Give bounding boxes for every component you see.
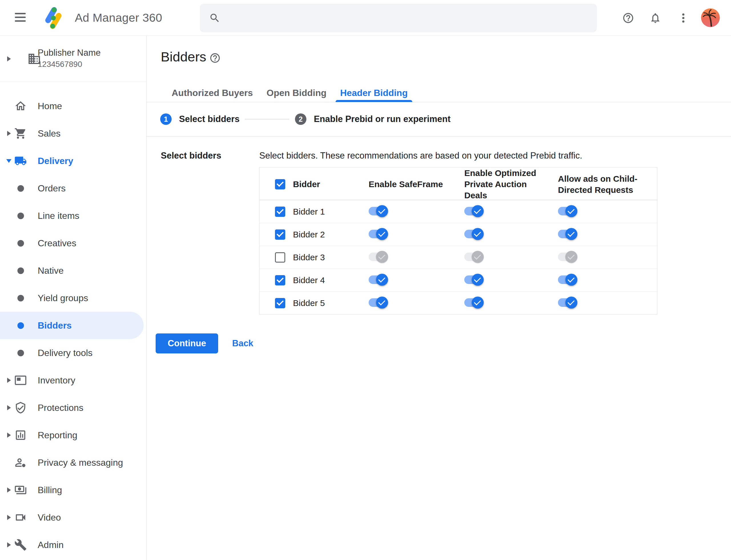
row-checkbox[interactable] (275, 252, 285, 263)
sidebar-item-billing[interactable]: Billing (0, 476, 144, 504)
chevron-down-icon (6, 159, 11, 163)
column-header-child-directed: Allow ads on Child-Directed Requests (558, 173, 657, 195)
sidebar-item-protections[interactable]: Protections (0, 394, 144, 421)
optimized-deals-toggle[interactable] (464, 207, 483, 215)
payments-icon (14, 483, 27, 497)
safeframe-toggle[interactable] (368, 275, 387, 284)
tab-authorized-buyers[interactable]: Authorized Buyers (165, 84, 260, 102)
chevron-right-icon (7, 542, 11, 547)
back-button[interactable]: Back (232, 333, 253, 353)
section-label: Select bidders (161, 150, 221, 161)
publisher-id: 1234567890 (38, 60, 82, 69)
optimized-deals-toggle[interactable] (464, 230, 483, 238)
tab-bar: Authorized Buyers Open Bidding Header Bi… (147, 84, 731, 102)
row-checkbox[interactable] (275, 207, 285, 217)
chevron-right-icon (7, 487, 11, 493)
child-directed-toggle[interactable] (558, 298, 577, 307)
select-all-checkbox[interactable] (275, 179, 285, 189)
sidebar-item-delivery-tools[interactable]: Delivery tools (0, 339, 144, 367)
tab-open-bidding[interactable]: Open Bidding (260, 84, 333, 102)
bidder-name: Bidder 5 (293, 298, 325, 308)
sidebar-item-yield-groups[interactable]: Yield groups (0, 284, 144, 312)
sidebar-item-admin[interactable]: Admin (0, 531, 144, 559)
column-header-bidder: Bidder (293, 179, 320, 189)
sidebar-item-sales[interactable]: Sales (0, 120, 144, 147)
chevron-right-icon (7, 405, 11, 410)
app-title: Ad Manager 360 (75, 11, 162, 25)
continue-button[interactable]: Continue (156, 333, 218, 353)
sidebar-item-delivery[interactable]: Delivery (0, 147, 144, 175)
column-header-safeframe: Enable SafeFrame (368, 179, 464, 190)
sidebar-item-privacy-messaging[interactable]: Privacy & messaging (0, 449, 144, 476)
bullet-icon (17, 267, 24, 274)
sidebar-item-reporting[interactable]: Reporting (0, 421, 144, 449)
sidebar-item-native[interactable]: Native (0, 257, 144, 284)
ad-manager-logo-icon (42, 7, 65, 29)
table-header-row: Bidder Enable SafeFrame Enable Optimized… (260, 167, 657, 200)
step-1-label: Select bidders (179, 114, 240, 124)
bullet-icon (17, 185, 24, 192)
person-dot-icon (14, 456, 27, 469)
safeframe-toggle[interactable] (368, 207, 387, 215)
row-checkbox[interactable] (275, 298, 285, 308)
row-checkbox[interactable] (275, 275, 285, 285)
optimized-deals-toggle[interactable] (464, 253, 483, 261)
search-icon (209, 12, 221, 24)
videocam-icon (14, 511, 27, 524)
bullet-icon (17, 322, 24, 329)
chevron-right-icon (7, 131, 11, 136)
help-icon[interactable] (622, 12, 634, 24)
notifications-bell-icon[interactable] (649, 12, 661, 24)
sidebar-item-video[interactable]: Video (0, 504, 144, 531)
safeframe-toggle[interactable] (368, 253, 387, 261)
section-divider (147, 136, 731, 137)
sidebar-item-creatives[interactable]: Creatives (0, 229, 144, 257)
sidebar-item-line-items[interactable]: Line items (0, 202, 144, 229)
publisher-switcher[interactable]: Publisher Name 1234567890 (0, 36, 146, 82)
step-2-circle: 2 (295, 113, 307, 125)
safeframe-toggle[interactable] (368, 230, 387, 238)
sidebar-item-bidders[interactable]: Bidders (0, 312, 144, 339)
table-row: Bidder 1 (260, 200, 657, 223)
home-icon (14, 99, 27, 113)
bidder-name: Bidder 2 (293, 230, 325, 239)
child-directed-toggle[interactable] (558, 230, 577, 238)
step-1-circle: 1 (160, 113, 172, 125)
stepper: 1 Select bidders 2 Enable Prebid or run … (147, 108, 450, 131)
bidder-name: Bidder 3 (293, 253, 325, 262)
chevron-right-icon (7, 56, 11, 61)
child-directed-toggle[interactable] (558, 207, 577, 215)
sidebar-item-inventory[interactable]: Inventory (0, 367, 144, 394)
sidebar-item-home[interactable]: Home (0, 92, 144, 120)
page-title: Bidders (161, 49, 206, 65)
wrench-icon (14, 538, 27, 552)
bullet-icon (17, 213, 24, 219)
tab-header-bidding[interactable]: Header Bidding (333, 84, 414, 102)
chevron-right-icon (7, 515, 11, 520)
child-directed-toggle[interactable] (558, 275, 577, 284)
menu-icon[interactable] (15, 13, 26, 23)
avatar[interactable] (701, 8, 720, 27)
optimized-deals-toggle[interactable] (464, 298, 483, 307)
truck-icon (14, 154, 27, 168)
safeframe-toggle[interactable] (368, 298, 387, 307)
sidebar-item-orders[interactable]: Orders (0, 175, 144, 202)
section-description: Select bidders. These recommendations ar… (259, 150, 582, 161)
bidder-name: Bidder 1 (293, 207, 325, 217)
publisher-name: Publisher Name (38, 48, 101, 58)
optimized-deals-toggle[interactable] (464, 275, 483, 284)
table-row: Bidder 3 (260, 246, 657, 269)
column-header-optimized-deals: Enable Optimized Private Auction Deals (464, 167, 558, 201)
bullet-icon (17, 240, 24, 247)
search-input[interactable] (221, 4, 597, 32)
page-help-icon[interactable] (209, 52, 221, 64)
chevron-right-icon (7, 433, 11, 438)
bidders-table: Bidder Enable SafeFrame Enable Optimized… (259, 167, 657, 315)
ad-unit-icon (14, 373, 27, 387)
more-options-icon[interactable] (677, 12, 689, 24)
row-checkbox[interactable] (275, 229, 285, 240)
main-content: Bidders Authorized Buyers Open Bidding H… (147, 36, 731, 560)
shield-check-icon (14, 401, 27, 415)
child-directed-toggle[interactable] (558, 253, 577, 261)
bar-chart-icon (14, 428, 27, 442)
